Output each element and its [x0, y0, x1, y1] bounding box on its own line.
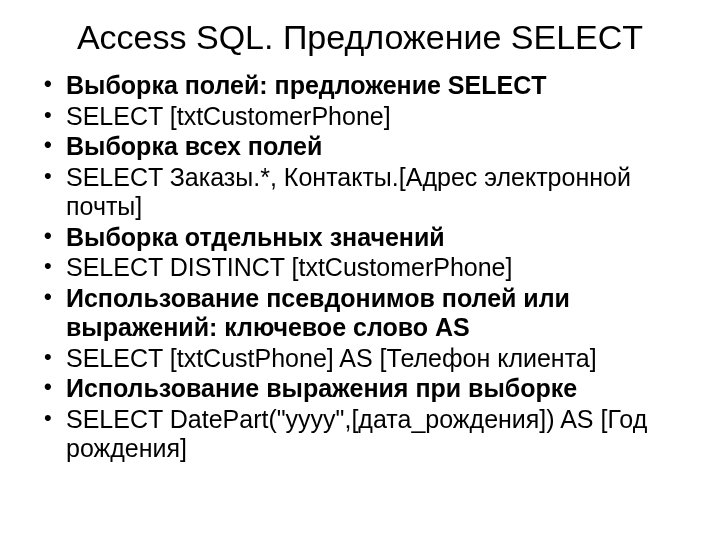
list-item-text: SELECT DatePart("yyyy",[дата_рождения]) … — [66, 405, 647, 463]
list-item: SELECT [txtCustomerPhone] — [40, 102, 680, 132]
list-item: Использование выражения при выборке — [40, 374, 680, 404]
list-item-text: SELECT Заказы.*, Контакты.[Адрес электро… — [66, 163, 631, 221]
list-item: SELECT DatePart("yyyy",[дата_рождения]) … — [40, 405, 680, 464]
list-item-text: SELECT DISTINCT [txtCustomerPhone] — [66, 253, 512, 281]
list-item-text: Использование выражения при выборке — [66, 374, 577, 402]
list-item-text: Выборка полей: предложение SELECT — [66, 71, 546, 99]
list-item-text: Использование псевдонимов полей или выра… — [66, 284, 570, 342]
list-item: Выборка всех полей — [40, 132, 680, 162]
slide-title: Access SQL. Предложение SELECT — [40, 18, 680, 57]
bullet-list: Выборка полей: предложение SELECT SELECT… — [40, 71, 680, 464]
list-item-text: Выборка отдельных значений — [66, 223, 445, 251]
list-item: SELECT Заказы.*, Контакты.[Адрес электро… — [40, 163, 680, 222]
list-item: Использование псевдонимов полей или выра… — [40, 284, 680, 343]
list-item: Выборка отдельных значений — [40, 223, 680, 253]
list-item-text: SELECT [txtCustPhone] AS [Телефон клиент… — [66, 344, 597, 372]
list-item: SELECT DISTINCT [txtCustomerPhone] — [40, 253, 680, 283]
list-item: Выборка полей: предложение SELECT — [40, 71, 680, 101]
list-item-text: Выборка всех полей — [66, 132, 322, 160]
list-item: SELECT [txtCustPhone] AS [Телефон клиент… — [40, 344, 680, 374]
list-item-text: SELECT [txtCustomerPhone] — [66, 102, 391, 130]
